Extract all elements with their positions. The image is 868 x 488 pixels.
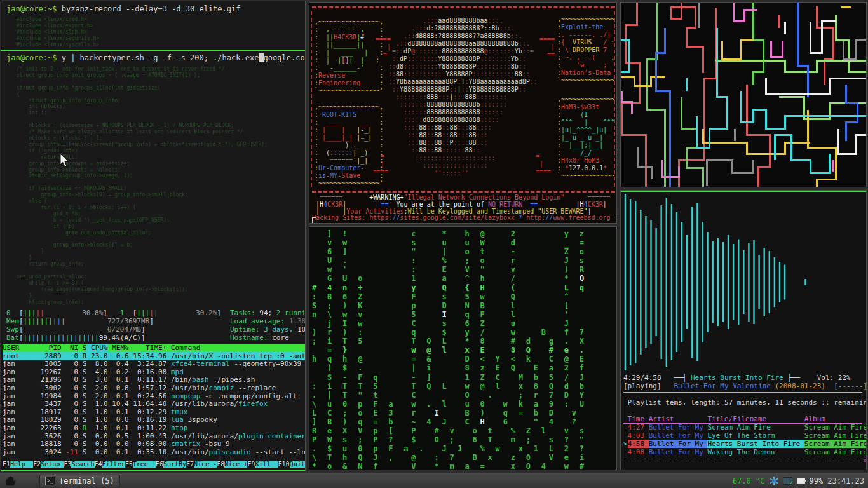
system-tray: 67.0 °C 99% 23:41.23: [733, 477, 868, 485]
cpu-temperature: 67.0 °C: [733, 477, 765, 485]
music-player-window[interactable]: 4:29/4:58 ──┤ Hearts Burst Into Fire ├──…: [620, 190, 867, 470]
pane-separator-top: [1, 50, 306, 51]
clock: 23:41.23: [827, 477, 864, 485]
taskbar-button-label: Terminal (5): [59, 477, 114, 485]
connector-bottom-left: = |====: [373, 152, 388, 175]
htop-stats: Tasks: 94; 2 runningLoad average: 1.38 1…: [230, 309, 306, 342]
audio-visualizer: [621, 192, 867, 373]
hackertyper-includes: #include <linux/cred.h>#include <linux/e…: [17, 17, 99, 48]
battery-icon[interactable]: [797, 478, 805, 484]
shell-prompt-byzanz[interactable]: jan@core:~$ byzanz-record --delay=3 -d 3…: [6, 4, 240, 13]
taskbar: >_ Terminal (5) 67.0 °C 99% 23:41.23: [0, 473, 868, 488]
player-separator-gray: [623, 392, 862, 393]
battery-percent: 99%: [810, 477, 824, 485]
connector-top-left: ==== | =: [376, 36, 391, 58]
warning-banner: -======- +WARNING+"Illegal_Network_Conne…: [312, 194, 617, 222]
taskbar-button-terminal[interactable]: >_ Terminal (5): [39, 475, 120, 487]
playlist-header-underline: [623, 423, 862, 424]
snowflake-tray-icon[interactable]: [770, 477, 778, 485]
cmatrix-window[interactable]: ] ! c * h @ 2 y z v w s u u W d _ = 6 ] …: [309, 226, 617, 470]
htop-meters: 0 [||||| 30.8%] 1 [||||| 30.2%]Mem[|||||…: [6, 309, 221, 342]
panel-reverse-engineering: ,~~~~~~~~~~~~~~~~,: ,-======-, :: ||H4CK…: [315, 18, 383, 95]
terminal-cursor: [312, 217, 316, 224]
pane-separator-bottom: [1, 470, 306, 471]
hackertyper-code: /* init to 2 - one for init_task, one to…: [17, 66, 268, 305]
panel-haxor-home: ,~~~~~~~~~~~~~~,:HoM3-$w33t :: (I ::^^^ …: [557, 96, 617, 180]
shell-prompt-hackertyper[interactable]: jan@core:~$ y | hackertyper.sh -g -f -s …: [6, 53, 306, 62]
mouse-cursor-icon: [60, 154, 69, 168]
connector-top-right: ==== | ==: [536, 36, 555, 58]
skull-ascii-art: .:::aad8888888baa:::. .:::d:?88888888888…: [384, 17, 538, 177]
launcher-hand-icon[interactable]: [4, 475, 18, 487]
desktop: jan@core:~$ byzanz-record --delay=3 -d 3…: [0, 0, 868, 488]
dashed-border-top: [312, 6, 615, 8]
terminal-window[interactable]: jan@core:~$ byzanz-record --delay=3 -d 3…: [1, 1, 306, 471]
dashed-border-middle: [312, 191, 615, 193]
htop-process-table[interactable]: USER PID NI S CPU% MEM% TIME+ Command ro…: [3, 344, 306, 456]
ncmpcpp-playlist-pane[interactable]: 4:29/4:58 ──┤ Hearts Burst Into Fire ├──…: [623, 374, 867, 464]
hacker-art-window[interactable]: ,~~~~~~~~~~~~~~~~,: ,-======-, :: ||H4CK…: [309, 2, 617, 224]
connector-bottom-right: = |====: [536, 152, 551, 175]
matrix-rain-text: ] ! c * h @ 2 y z v w s u u W d _ = 6 ] …: [312, 229, 587, 470]
pipes-art: [621, 3, 866, 187]
dashed-border-left: [311, 11, 312, 187]
update-notifier-icon[interactable]: [783, 477, 792, 485]
panel-exploit-virus-dropper: ,~~~~~~~~~~~~~~,:Exploit-the ::, ------,…: [557, 16, 617, 85]
pipes-screensaver-window[interactable]: [620, 2, 867, 187]
terminal-icon: >_: [45, 477, 55, 485]
htop-function-keys[interactable]: F1Help F2Setup F3SearchF4FilterF5Tree F6…: [3, 460, 306, 469]
